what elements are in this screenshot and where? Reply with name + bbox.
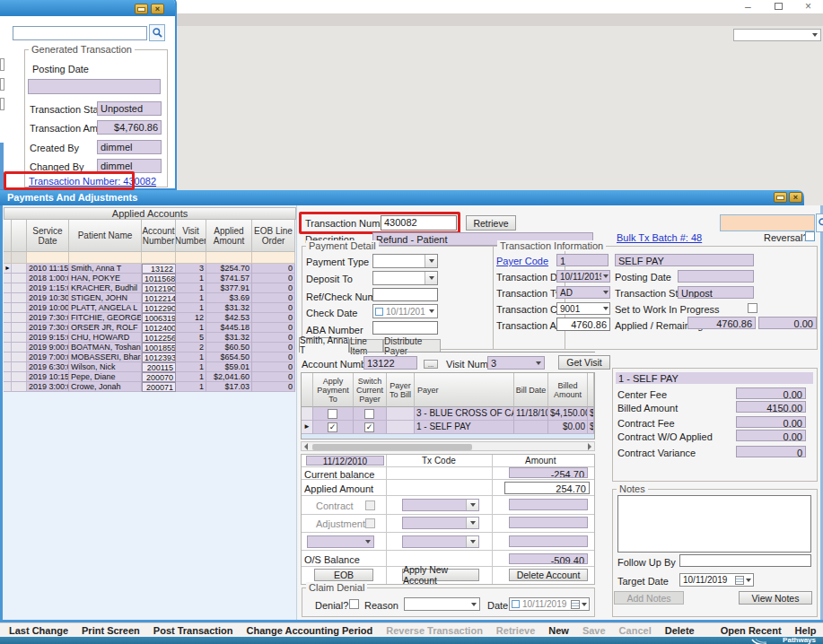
get-visit-button[interactable]: Get Visit: [558, 355, 610, 370]
window-titlebar[interactable]: Payments And Adjustments: [0, 190, 804, 205]
other-type-combo[interactable]: [307, 535, 374, 548]
check-date-picker[interactable]: 10/11/2019: [372, 304, 438, 318]
statusbar-item[interactable]: Open Recent: [721, 625, 782, 636]
center-fee-field: 0.00: [736, 387, 806, 399]
adjustment-code-combo[interactable]: [402, 517, 479, 529]
window-search-input[interactable]: [720, 214, 815, 231]
date-enable-checkbox[interactable]: [512, 600, 520, 608]
filter-cell[interactable]: [206, 252, 252, 264]
filter-cell[interactable]: [176, 252, 206, 264]
table-cell: 0: [252, 303, 295, 313]
table-row[interactable]: 2019 10:30:STIGEN, JOHN10122141$3.690: [4, 293, 296, 303]
eob-button[interactable]: EOB: [314, 569, 373, 581]
retrieve-button[interactable]: Retrieve: [466, 215, 516, 231]
mini-search-input[interactable]: [13, 26, 147, 40]
view-notes-button[interactable]: View Notes: [739, 591, 812, 605]
horizontal-scrollbar[interactable]: [301, 441, 595, 451]
apply-payment-cell[interactable]: [313, 421, 354, 434]
chevron-down-icon: [601, 303, 609, 314]
apply-payment-cell[interactable]: [313, 407, 354, 421]
tab-smith-anna-t[interactable]: Smith, Anna T: [299, 337, 349, 352]
column-header-eob-line-order: EOB LineOrder: [252, 220, 295, 252]
host-restore-icon[interactable]: [775, 3, 783, 10]
notes-textarea[interactable]: [617, 495, 811, 553]
payment-type-combo[interactable]: [372, 254, 438, 268]
denial-checkbox[interactable]: [349, 599, 359, 609]
denial-date-picker[interactable]: 10/11/2019: [509, 597, 590, 611]
apply-new-account-button[interactable]: Apply New Account: [402, 569, 479, 581]
ref-check-number-input[interactable]: [372, 288, 438, 301]
other-code-combo[interactable]: [402, 535, 479, 548]
table-row[interactable]: 2019 7:00:0MOBASSERI, Bharadwa10123931$6…: [4, 352, 296, 362]
switch-payer-cell[interactable]: [354, 421, 387, 434]
aba-number-input[interactable]: [372, 321, 438, 335]
payer-code-link[interactable]: Payer Code: [496, 256, 548, 266]
chevron-down-icon: [809, 30, 820, 40]
tab-distribute-payer[interactable]: Distribute Payer: [383, 339, 441, 352]
denial-reason-combo[interactable]: [404, 597, 480, 611]
mini-search-button[interactable]: [149, 24, 165, 41]
group-title: Payment Detail: [306, 240, 379, 251]
table-row[interactable]: 2019 10:00:PLATT, ANGELA L10122901$31.32…: [4, 303, 296, 313]
table-row[interactable]: 2019 3:00:0Crowe, Jonah2000711$17.030: [4, 382, 296, 392]
contract-code-combo[interactable]: [402, 499, 479, 511]
mini-titlebar[interactable]: [0, 0, 175, 16]
target-date-picker[interactable]: 10/11/2019: [679, 573, 754, 587]
date-enable-checkbox[interactable]: [375, 308, 383, 316]
statusbar-item[interactable]: Post Transaction: [153, 625, 233, 636]
transaction-status-field: Unposted: [97, 101, 162, 116]
table-row[interactable]: 2019 7:30:0ORSER JR, ROLF10124001$445.18…: [4, 323, 296, 333]
transaction-amount-input[interactable]: 4760.86: [556, 318, 610, 331]
statusbar-item[interactable]: Change Accounting Period: [246, 625, 372, 636]
table-cell: 0: [252, 352, 295, 362]
work-in-progress-checkbox[interactable]: [748, 303, 757, 313]
adjustment-label: Adjustment: [316, 518, 365, 529]
payer-row[interactable]: ► 1 - SELF PAY $0.00 $: [302, 421, 594, 434]
table-row[interactable]: 2019 1:15:0KRACHER, Budhil10121901$377.9…: [4, 283, 296, 293]
delete-account-button[interactable]: Delete Account: [509, 569, 588, 581]
reversal-checkbox[interactable]: [805, 231, 815, 241]
payer-row[interactable]: 3 - BLUE CROSS OF CA 11/18/10 $4,150.00 …: [302, 407, 594, 421]
transaction-code-combo[interactable]: 9001: [556, 302, 610, 315]
window-close-button[interactable]: ×: [789, 192, 802, 203]
statusbar-item[interactable]: Print Screen: [82, 625, 140, 636]
window-search-button[interactable]: [816, 213, 823, 232]
table-row[interactable]: 2018 1:00:0HAN, POKYE10115681$741.570: [4, 274, 296, 283]
mini-close-button[interactable]: ×: [151, 4, 164, 14]
tab-line-item[interactable]: Line Item: [349, 339, 383, 352]
chevron-down-icon: [468, 598, 479, 610]
table-row[interactable]: 2019 6:30:0Wilson, Nick2001151$59.010: [4, 362, 296, 372]
switch-payer-cell[interactable]: [354, 407, 387, 421]
table-row[interactable]: 2019 9:15:0CHU, HOWARD10122565$31.320: [4, 333, 296, 343]
table-row[interactable]: 2019 9:00:0BOATMAN, Toshan R10018552$60.…: [4, 343, 296, 352]
filter-cell[interactable]: [142, 252, 176, 264]
scroll-right-icon[interactable]: [588, 443, 591, 450]
scrollbar-thumb[interactable]: [312, 444, 472, 450]
window-minimize-button[interactable]: [774, 192, 787, 203]
statusbar-item[interactable]: New: [548, 625, 569, 636]
host-close-icon[interactable]: ×: [805, 1, 811, 12]
visit-number-combo[interactable]: 3: [487, 356, 545, 370]
deposit-to-combo[interactable]: [372, 271, 438, 285]
table-row[interactable]: ►2010 11:15:Smith, Anna T131223$254.700: [4, 264, 296, 274]
transaction-date-picker[interactable]: 10/11/2019: [556, 270, 610, 283]
host-toolbar-combo[interactable]: [733, 29, 821, 41]
account-lookup-button[interactable]: ...: [424, 360, 438, 369]
scroll-left-icon[interactable]: [304, 443, 308, 450]
table-cell: 0: [252, 313, 295, 323]
table-row[interactable]: 2019 10:15:Pepe, Diane2000701$2,041.600: [4, 372, 296, 382]
filter-cell[interactable]: [27, 252, 69, 264]
host-minimize-icon[interactable]: –: [745, 2, 751, 13]
transaction-type-combo[interactable]: AD: [556, 286, 610, 299]
follow-up-by-input[interactable]: [679, 554, 811, 567]
bulk-tx-batch-link[interactable]: Bulk Tx Batch #: 48: [617, 232, 702, 243]
filter-cell[interactable]: [69, 252, 142, 264]
table-cell: 0: [252, 293, 295, 303]
statusbar-item[interactable]: Help: [795, 625, 817, 636]
filter-cell[interactable]: [252, 252, 295, 264]
applied-amount-input[interactable]: 254.70: [504, 482, 590, 494]
mini-minimize-button[interactable]: [135, 4, 148, 14]
table-row[interactable]: 2019 7:30:0FITCHIE, GEORGETTE100631912$4…: [4, 313, 296, 323]
statusbar-item[interactable]: Last Change: [9, 625, 68, 636]
statusbar-item[interactable]: Delete: [665, 625, 695, 636]
